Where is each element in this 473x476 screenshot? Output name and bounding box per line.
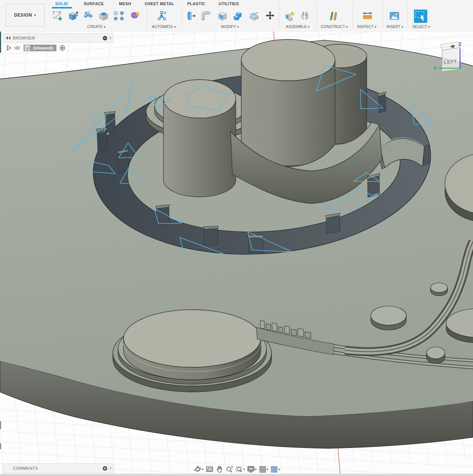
measure-button[interactable] <box>362 10 373 22</box>
create-sketch-icon <box>52 10 63 21</box>
group-label-construct[interactable]: CONSTRUCT ▾ <box>321 24 348 29</box>
collapse-left-icon[interactable] <box>6 36 11 40</box>
tab-sheet-metal[interactable]: SHEET METAL <box>145 1 174 6</box>
view-navigation-bar: ▾ ▾ ▾ <box>193 464 280 475</box>
grid-settings-button[interactable]: ▾ <box>258 465 269 474</box>
radio-target-icon[interactable] <box>59 45 65 51</box>
hole-icon <box>98 10 109 21</box>
split-body-button[interactable] <box>248 10 260 22</box>
combine-icon <box>232 10 244 21</box>
insert-image-button[interactable] <box>389 10 400 22</box>
group-label-assemble[interactable]: ASSEMBLE ▾ <box>286 24 310 29</box>
group-label-select[interactable]: SELECT ▾ <box>412 24 430 29</box>
tab-solid[interactable]: SOLID <box>55 1 68 6</box>
revolve-button[interactable] <box>82 10 94 22</box>
pan-hand-icon <box>215 465 224 473</box>
group-label-automate[interactable]: AUTOMATE ▾ <box>152 24 176 29</box>
create-sketch-button[interactable] <box>52 10 63 22</box>
divider <box>146 2 147 28</box>
circle-minus-icon[interactable] <box>103 36 107 41</box>
joint-button[interactable] <box>299 10 311 22</box>
shell-icon <box>217 10 228 21</box>
divider <box>317 2 317 28</box>
extrude-button[interactable] <box>67 10 79 22</box>
extrude-icon <box>68 10 79 21</box>
measure-icon <box>362 10 373 21</box>
panel-grip[interactable]: ‖ <box>110 466 111 470</box>
group-label-create[interactable]: CREATE ▾ <box>87 24 105 29</box>
revolve-icon <box>83 10 94 21</box>
chevron-down-icon: ▾ <box>34 13 36 17</box>
new-component-icon <box>284 10 296 21</box>
tab-utilities[interactable]: UTILITIES <box>219 1 239 6</box>
create-form-icon <box>130 10 141 21</box>
display-settings-icon <box>247 465 255 473</box>
combine-button[interactable] <box>232 10 244 22</box>
shell-button[interactable] <box>217 10 228 22</box>
triangle-right-icon[interactable] <box>7 45 11 51</box>
rectangular-pattern-icon <box>113 10 124 21</box>
viewcube-face-label[interactable]: LEFT <box>443 59 457 65</box>
look-at-button[interactable] <box>205 465 214 474</box>
select-window-icon <box>414 10 427 23</box>
divider <box>182 2 182 28</box>
move-copy-icon <box>265 10 276 21</box>
tab-surface[interactable]: SURFACE <box>84 1 104 6</box>
press-pull-icon <box>186 10 197 21</box>
joint-icon <box>299 10 310 21</box>
fillet-icon <box>200 10 211 21</box>
bottom-disc[interactable] <box>113 310 272 392</box>
create-form-button[interactable] <box>129 10 141 22</box>
component-cube-icon[interactable] <box>24 44 32 52</box>
tab-plastic[interactable]: PLASTIC <box>187 1 205 6</box>
pan-button[interactable] <box>215 465 224 474</box>
workspace-switcher[interactable]: DESIGN ▾ <box>6 4 45 27</box>
viewport-canvas[interactable]: LEFT Z Y <box>0 0 473 476</box>
workspace-label: DESIGN <box>14 13 32 18</box>
select-tool-button[interactable] <box>414 10 427 23</box>
eye-icon[interactable] <box>14 46 21 50</box>
display-settings-button[interactable]: ▾ <box>246 465 257 474</box>
group-label-inspect[interactable]: INSPECT ▾ <box>357 24 377 29</box>
divider <box>352 2 353 28</box>
zoom-fit-button[interactable]: ▾ <box>235 465 246 474</box>
group-label-insert[interactable]: INSERT ▾ <box>386 24 403 29</box>
split-body-icon <box>249 10 260 21</box>
insert-image-icon <box>389 10 400 21</box>
pattern-button[interactable] <box>113 10 125 22</box>
hole-button[interactable] <box>98 10 110 22</box>
comments-title: COMMENTS <box>13 466 103 470</box>
center-cylinder[interactable] <box>241 39 335 166</box>
browser-title: BROWSER <box>13 36 103 40</box>
viewports-button[interactable]: ▾ <box>270 465 280 474</box>
browser-document-row[interactable]: (Unsaved) <box>7 44 65 52</box>
grid-settings-icon <box>259 465 267 473</box>
group-label-modify[interactable]: MODIFY ▾ <box>221 24 239 29</box>
look-at-icon <box>206 465 214 473</box>
divider <box>383 2 383 28</box>
divider <box>407 2 408 28</box>
construction-plane-icon <box>328 10 339 21</box>
fit-icon <box>235 465 244 473</box>
orbit-button[interactable]: ▾ <box>193 465 204 474</box>
move-copy-button[interactable] <box>264 10 276 22</box>
svg-text:Z: Z <box>459 41 462 47</box>
viewports-icon <box>270 465 278 473</box>
zoom-button[interactable] <box>225 465 234 474</box>
fillet-button[interactable] <box>200 10 212 22</box>
new-component-button[interactable] <box>284 10 296 22</box>
panel-grip[interactable]: ‖ <box>110 36 111 40</box>
svg-text:Y: Y <box>434 66 437 71</box>
browser-panel-header[interactable]: BROWSER ‖ <box>3 34 113 42</box>
automate-button[interactable] <box>156 10 168 22</box>
automate-script-icon <box>157 10 168 21</box>
construction-plane-button[interactable] <box>328 10 339 22</box>
circle-plus-icon[interactable] <box>103 466 107 471</box>
orbit-icon <box>194 465 202 473</box>
comments-panel-header[interactable]: COMMENTS ‖ <box>3 463 113 473</box>
press-pull-button[interactable] <box>185 10 197 22</box>
main-toolbar: DESIGN ▾ SOLID SURFACE MESH SHEET METAL … <box>0 0 473 32</box>
active-tab-underline <box>52 7 72 8</box>
tab-mesh[interactable]: MESH <box>119 1 131 6</box>
divider <box>279 2 280 28</box>
